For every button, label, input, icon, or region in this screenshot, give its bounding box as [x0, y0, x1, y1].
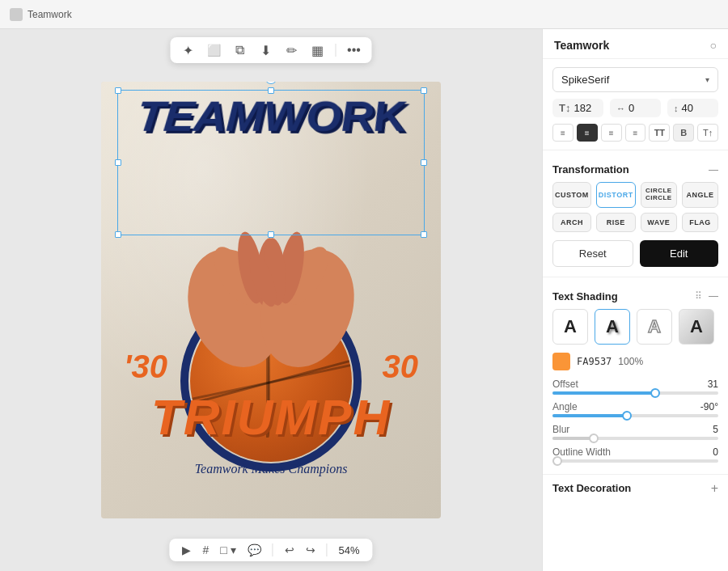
image-icon[interactable]: ▦	[310, 42, 326, 58]
undo-button[interactable]: ↩	[285, 544, 294, 556]
color-hex: FA9537	[577, 356, 612, 367]
text-transform-tt-button[interactable]: TT	[649, 124, 670, 142]
text-decoration-title: Text Decoration	[552, 482, 631, 494]
text-decoration-header: Text Decoration +	[543, 474, 728, 502]
text-shading-title: Text Shading	[552, 290, 618, 302]
align-row: ≡ ≡ ≡ ≡ TT B T↑	[543, 124, 728, 150]
letter-spacing-value: 0	[629, 102, 634, 114]
transform-grid: CUSTOM DISTORT CIRCLECIRCLE ANGLE ARCH R…	[543, 182, 728, 240]
shading-solid-button[interactable]: A	[552, 309, 588, 345]
offset-label: Offset	[552, 379, 578, 390]
shading-shadow-button[interactable]: A	[595, 309, 630, 345]
frame-icon[interactable]: ⬜	[206, 42, 222, 58]
transform-arch-button[interactable]: ARCH	[552, 213, 591, 232]
line-height-icon: ↕	[674, 104, 679, 113]
play-tool[interactable]: ▶	[182, 544, 191, 556]
redo-button[interactable]: ↪	[306, 544, 315, 556]
sparkle-icon[interactable]: ✦	[180, 42, 197, 58]
brush-icon[interactable]: ✏	[284, 42, 300, 58]
grid-dots-icon[interactable]: ⠿	[695, 290, 702, 302]
shading-types: A A A A	[543, 309, 728, 353]
transform-rise-button[interactable]: RISE	[596, 213, 636, 232]
transform-distort-button[interactable]: DISTORT	[596, 182, 636, 208]
top-toolbar: ✦ ⬜ ⧉ ⬇ ✏ ▦ •••	[171, 37, 372, 63]
blur-slider[interactable]	[552, 437, 718, 440]
app-title: Teamwork	[28, 9, 72, 20]
outline-slider[interactable]	[552, 459, 718, 463]
triumph-text: TRIUMPH	[151, 388, 391, 446]
text-props: T↕ 182 ↔ 0 ↕ 40	[543, 99, 728, 124]
text-shading-header: Text Shading ⠿ —	[543, 286, 728, 309]
offset-slider[interactable]	[552, 391, 718, 395]
font-size-group[interactable]: T↕ 182	[552, 99, 603, 117]
chevron-down-icon: ▾	[705, 75, 709, 84]
angle-slider[interactable]	[552, 414, 718, 417]
shading-gradient-button[interactable]: A	[679, 309, 714, 345]
slider-section: Offset 31 Angle -90° Blur 5	[543, 379, 728, 474]
transform-wave-button[interactable]: WAVE	[641, 213, 677, 232]
letter-spacing-group[interactable]: ↔ 0	[610, 99, 661, 117]
grid-tool[interactable]: #	[202, 544, 209, 556]
bold-button[interactable]: B	[673, 124, 694, 142]
transform-circle-button[interactable]: CIRCLECIRCLE	[641, 182, 677, 208]
chat-tool[interactable]: 💬	[248, 544, 261, 556]
canvas-area: ✦ ⬜ ⧉ ⬇ ✏ ▦ ••• TEAMWORK	[0, 29, 542, 571]
poster-content: TEAMWORK	[101, 82, 441, 518]
teamwork-heading: TEAMWORK	[134, 99, 407, 135]
align-right-button[interactable]: ≡	[601, 124, 622, 142]
download-icon[interactable]: ⬇	[258, 42, 274, 58]
color-row: FA9537 100%	[543, 353, 728, 379]
right-panel: Teamwork ○ SpikeSerif ▾ T↕ 182 ↔ 0 ↕ 40	[542, 29, 728, 571]
transform-angle-button[interactable]: ANGLE	[682, 182, 718, 208]
reset-edit-row: Reset Edit	[543, 240, 728, 277]
panel-header: Teamwork ○	[543, 29, 728, 59]
tagline-text: Teamwork Makes Champions	[195, 462, 348, 476]
edit-button[interactable]: Edit	[640, 240, 719, 267]
color-swatch[interactable]	[552, 353, 570, 370]
font-selector[interactable]: SpikeSerif ▾	[552, 67, 718, 92]
canvas-wrapper: TEAMWORK	[0, 29, 542, 571]
blur-label: Blur	[552, 424, 569, 435]
font-size-icon: T↕	[559, 102, 570, 114]
angle-label: Angle	[552, 401, 578, 412]
transformation-section-header: Transformation —	[543, 159, 728, 182]
outline-label: Outline Width	[552, 446, 611, 458]
text-decoration-expand-button[interactable]: +	[711, 481, 718, 496]
bottom-toolbar: ▶ # □ ▾ 💬 ↩ ↪ 54%	[169, 539, 372, 561]
letter-spacing-icon: ↔	[616, 104, 625, 113]
align-center-button[interactable]: ≡	[577, 124, 598, 142]
copy-icon[interactable]: ⧉	[232, 42, 248, 58]
transformation-collapse-icon[interactable]: —	[709, 164, 718, 176]
canvas-card[interactable]: TEAMWORK	[101, 82, 441, 518]
angle-value: -90°	[700, 401, 718, 412]
transform-flag-button[interactable]: FLAG	[682, 213, 718, 232]
panel-title: Teamwork	[554, 39, 609, 52]
reset-button[interactable]: Reset	[552, 240, 633, 267]
color-opacity: 100%	[618, 356, 643, 367]
outline-value: 0	[713, 446, 718, 458]
line-height-value: 40	[682, 102, 693, 114]
shading-outline-button[interactable]: A	[637, 309, 672, 345]
blur-value: 5	[713, 424, 718, 435]
align-left-button[interactable]: ≡	[552, 124, 574, 142]
superscript-button[interactable]: T↑	[697, 124, 718, 142]
offset-value: 31	[708, 379, 718, 390]
transformation-title: Transformation	[552, 163, 629, 176]
panel-menu-icon[interactable]: ○	[710, 39, 717, 52]
more-icon[interactable]: •••	[346, 42, 362, 58]
transform-custom-button[interactable]: CUSTOM	[552, 182, 591, 208]
font-name: SpikeSerif	[561, 74, 609, 86]
align-justify-button[interactable]: ≡	[625, 124, 646, 142]
zoom-level[interactable]: 54%	[339, 544, 360, 556]
rect-tool[interactable]: □ ▾	[220, 544, 235, 556]
shading-collapse-icon[interactable]: —	[709, 290, 718, 302]
line-height-group[interactable]: ↕ 40	[667, 99, 718, 117]
font-size-value: 182	[574, 102, 591, 114]
